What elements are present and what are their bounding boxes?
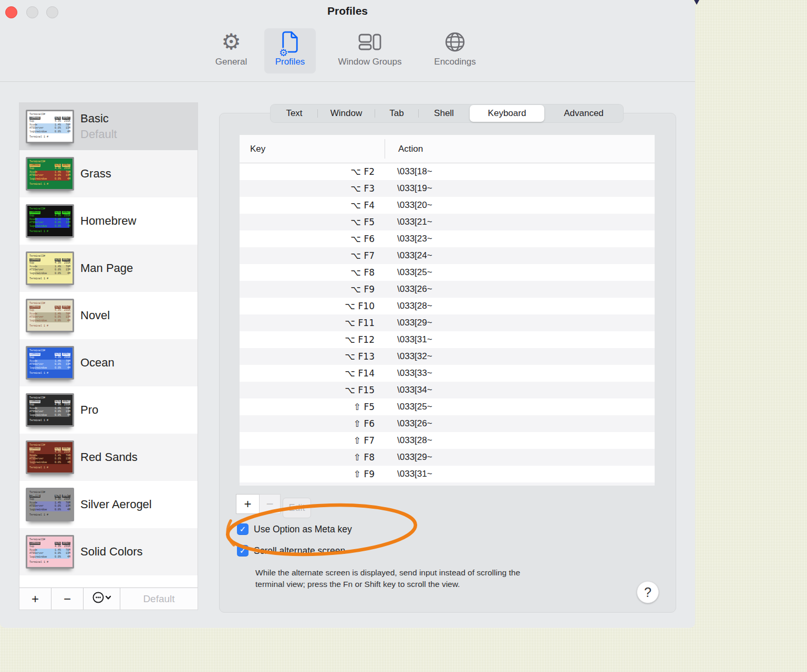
- key-mapping-row[interactable]: ⇧ F5 \033[25~: [240, 398, 655, 415]
- action-cell: \033[28~: [385, 435, 432, 446]
- key-cell: ⌥ F11: [240, 318, 385, 328]
- column-divider: [385, 139, 385, 159]
- profile-name: Grass: [80, 167, 111, 181]
- profile-list-item[interactable]: Terminal3# COMMAND%CPURPRVT top4.3% 231K…: [19, 103, 198, 150]
- key-mapping-row[interactable]: ⌥ F8 \033[25~: [240, 264, 655, 281]
- key-mapping-row[interactable]: ⌥ F3 \033[19~: [240, 180, 655, 197]
- action-cell: \033[25~: [385, 267, 432, 278]
- scroll-alternate-screen-checkbox[interactable]: ✓: [237, 545, 249, 556]
- key-mapping-row[interactable]: ⌥ F13 \033[32~: [240, 348, 655, 365]
- profile-actions-menu-button[interactable]: [84, 588, 120, 610]
- alternate-screen-help-text: While the alternate screen is displayed,…: [255, 567, 608, 590]
- action-cell: \033[29~: [385, 318, 432, 328]
- add-key-mapping-button[interactable]: +: [236, 494, 260, 514]
- profile-list-item[interactable]: Terminal3# COMMAND%CPURPRVT top4.3% 231K…: [19, 197, 198, 245]
- profile-thumbnail: Terminal3# COMMAND%CPURPRVT top4.3% 231K…: [26, 157, 74, 191]
- profile-name: Red Sands: [80, 450, 138, 464]
- remove-profile-button[interactable]: −: [51, 588, 84, 610]
- toolbar-item-encodings[interactable]: Encodings: [423, 28, 487, 74]
- key-mapping-row[interactable]: ⌥ F12 \033[31~: [240, 331, 655, 348]
- profile-list-item[interactable]: Terminal3# COMMAND%CPURPRVT top4.3% 231K…: [19, 481, 198, 528]
- keyboard-shortcut-table: Key Action ⌥ F2 \033[18~ ⌥ F3 \033[19~ ⌥…: [240, 135, 655, 486]
- key-cell: ⇧ F5: [240, 402, 385, 412]
- key-mapping-row[interactable]: ⌥ F11 \033[29~: [240, 314, 655, 331]
- action-cell: \033[18~: [385, 166, 432, 177]
- tab-advanced[interactable]: Advanced: [545, 105, 623, 122]
- edit-key-mapping-button[interactable]: Edit: [283, 498, 311, 518]
- action-cell: \033[33~: [385, 368, 432, 379]
- key-mapping-row[interactable]: ⌥ F5 \033[21~: [240, 214, 655, 230]
- key-cell: ⌥ F2: [240, 166, 385, 177]
- tab-text[interactable]: Text: [271, 105, 317, 122]
- action-cell: \033[29~: [385, 452, 432, 463]
- use-option-as-meta-checkbox[interactable]: ✓: [237, 523, 249, 535]
- gear-icon: ⚙: [221, 28, 241, 56]
- profile-thumbnail-screen: Terminal3# COMMAND%CPURPRVT top4.3% 231K…: [27, 442, 73, 472]
- tab-tab[interactable]: Tab: [375, 105, 418, 122]
- key-mapping-row[interactable]: ⌥ F4 \033[20~: [240, 197, 655, 214]
- tab-shell[interactable]: Shell: [419, 105, 469, 122]
- profile-thumbnail: Terminal3# COMMAND%CPURPRVT top4.3% 231K…: [26, 251, 74, 285]
- tab-keyboard[interactable]: Keyboard: [470, 105, 544, 122]
- profile-thumbnail: Terminal3# COMMAND%CPURPRVT top4.3% 231K…: [26, 110, 74, 143]
- toolbar-item-profiles[interactable]: ⚙ Profiles: [264, 28, 316, 74]
- key-mapping-row[interactable]: ⌥ F6 \033[23~: [240, 230, 655, 247]
- action-cell: \033[25~: [385, 402, 432, 412]
- table-header: Key Action: [240, 135, 655, 163]
- key-cell: ⌥ F5: [240, 217, 385, 227]
- preferences-window: Profiles ⚙ General ⚙ Profiles: [0, 0, 695, 628]
- action-cell: \033[34~: [385, 385, 432, 395]
- key-cell: ⌥ F10: [240, 301, 385, 311]
- key-cell: ⌥ F9: [240, 284, 385, 295]
- profile-list-item[interactable]: Terminal3# COMMAND%CPURPRVT top4.3% 231K…: [19, 528, 198, 575]
- profile-list-item[interactable]: Terminal3# COMMAND%CPURPRVT top4.3% 231K…: [19, 386, 198, 434]
- toolbar-item-general[interactable]: ⚙ General: [206, 28, 256, 74]
- document-gear-icon: ⚙: [281, 28, 299, 56]
- scroll-alternate-screen-label: Scroll alternate screen: [254, 545, 345, 556]
- key-cell: ⌥ F3: [240, 183, 385, 194]
- profile-list-item[interactable]: Terminal3# COMMAND%CPURPRVT top4.3% 231K…: [19, 339, 198, 386]
- toolbar-item-window-groups[interactable]: Window Groups: [324, 28, 416, 74]
- profile-tabs: Text Window Tab Shell Keyboard Advanced: [270, 104, 624, 123]
- profile-list-item[interactable]: Terminal3# COMMAND%CPURPRVT top4.3% 231K…: [19, 434, 198, 481]
- profile-settings-panel: Key Action ⌥ F2 \033[18~ ⌥ F3 \033[19~ ⌥…: [219, 113, 676, 613]
- profile-list: Terminal3# COMMAND%CPURPRVT top4.3% 231K…: [19, 103, 198, 575]
- action-cell: \033[23~: [385, 234, 432, 244]
- profile-list-item[interactable]: Terminal3# COMMAND%CPURPRVT top4.3% 231K…: [19, 245, 198, 292]
- profile-name: Silver Aerogel: [80, 498, 152, 511]
- key-mapping-row[interactable]: ⌥ F2 \033[18~: [240, 163, 655, 180]
- key-mapping-row[interactable]: ⇧ F7 \033[28~: [240, 432, 655, 449]
- profile-thumbnail: Terminal3# COMMAND%CPURPRVT top4.3% 231K…: [26, 488, 74, 521]
- remove-key-mapping-button[interactable]: −: [259, 494, 281, 514]
- desktop-background: Profiles ⚙ General ⚙ Profiles: [0, 0, 807, 672]
- add-profile-button[interactable]: +: [19, 588, 51, 610]
- key-cell: ⌥ F8: [240, 267, 385, 278]
- profile-thumbnail-screen: Terminal3# COMMAND%CPURPRVT top4.3% 231K…: [27, 159, 73, 189]
- key-mapping-row[interactable]: ⌥ F14 \033[33~: [240, 365, 655, 382]
- action-cell: \033[26~: [385, 418, 432, 429]
- tab-window[interactable]: Window: [318, 105, 375, 122]
- profile-name: Novel: [80, 309, 110, 322]
- key-cell: ⌥ F6: [240, 234, 385, 244]
- action-cell: \033[21~: [385, 217, 432, 227]
- profile-name: Man Page: [80, 261, 133, 275]
- profile-list-item[interactable]: Terminal3# COMMAND%CPURPRVT top4.3% 231K…: [19, 292, 198, 339]
- profile-thumbnail-screen: Terminal3# COMMAND%CPURPRVT top4.3% 231K…: [27, 395, 73, 425]
- partial-row: [240, 482, 655, 486]
- key-cell: ⌥ F13: [240, 351, 385, 362]
- profile-list-item[interactable]: Terminal3# COMMAND%CPURPRVT top4.3% 231K…: [19, 150, 198, 197]
- help-button[interactable]: ?: [637, 581, 659, 603]
- key-mapping-row[interactable]: ⌥ F15 \033[34~: [240, 382, 655, 398]
- key-mapping-row[interactable]: ⇧ F8 \033[29~: [240, 449, 655, 466]
- key-cell: ⌥ F12: [240, 334, 385, 345]
- action-cell: \033[19~: [385, 183, 432, 194]
- use-option-as-meta-row: ✓ Use Option as Meta key: [237, 523, 352, 535]
- key-mapping-row[interactable]: ⇧ F9 \033[31~: [240, 466, 655, 482]
- key-mapping-row[interactable]: ⌥ F10 \033[28~: [240, 298, 655, 314]
- key-mapping-row[interactable]: ⇧ F6 \033[26~: [240, 415, 655, 432]
- key-cell: ⇧ F9: [240, 469, 385, 479]
- key-mapping-row[interactable]: ⌥ F7 \033[24~: [240, 247, 655, 264]
- key-mapping-row[interactable]: ⌥ F9 \033[26~: [240, 281, 655, 298]
- ellipsis-circle-chevron-icon: [92, 591, 112, 607]
- set-default-button[interactable]: Default: [120, 588, 198, 610]
